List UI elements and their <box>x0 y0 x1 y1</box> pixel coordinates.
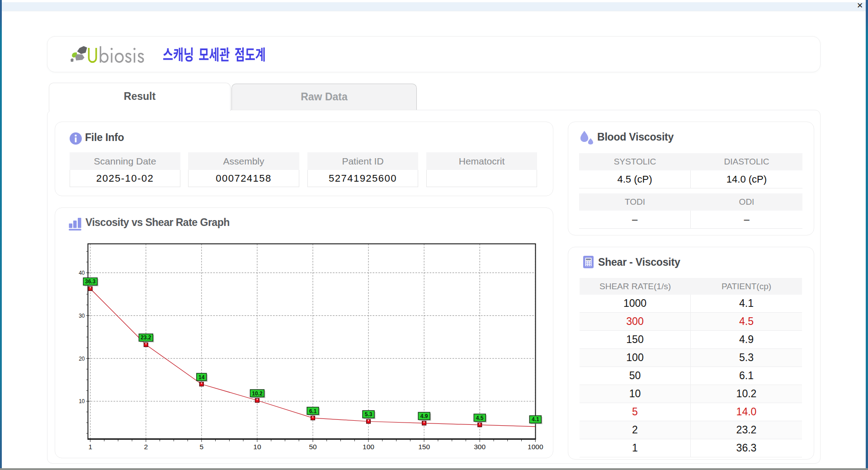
svg-text:10: 10 <box>253 443 261 451</box>
svg-text:4.5: 4.5 <box>476 415 484 421</box>
svg-text:4.1: 4.1 <box>532 416 539 423</box>
svg-text:4.9: 4.9 <box>420 413 428 419</box>
svg-text:1: 1 <box>88 443 92 451</box>
svg-text:1000: 1000 <box>528 443 543 451</box>
svg-text:6.1: 6.1 <box>309 408 317 414</box>
svg-text:100: 100 <box>363 443 374 451</box>
svg-text:5: 5 <box>199 443 203 451</box>
svg-text:300: 300 <box>474 443 486 451</box>
svg-text:10.2: 10.2 <box>252 390 263 397</box>
svg-text:2: 2 <box>144 443 148 451</box>
svg-text:30: 30 <box>79 313 85 319</box>
svg-text:5.3: 5.3 <box>365 411 373 418</box>
svg-text:150: 150 <box>418 443 430 451</box>
svg-text:36.3: 36.3 <box>85 278 96 285</box>
svg-text:14: 14 <box>198 374 205 381</box>
svg-text:20: 20 <box>79 356 85 362</box>
svg-text:40: 40 <box>79 270 85 276</box>
svg-text:10: 10 <box>79 398 85 404</box>
svg-text:50: 50 <box>309 443 317 451</box>
svg-text:23.2: 23.2 <box>141 334 151 341</box>
